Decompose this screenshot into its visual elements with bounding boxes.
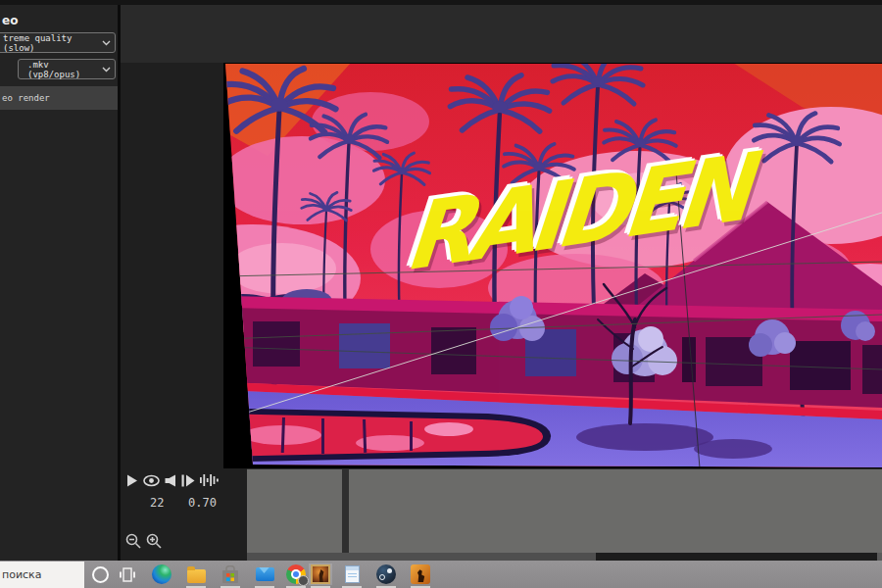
taskbar-item-store[interactable] xyxy=(219,564,242,585)
windows-taskbar: поиска xyxy=(0,561,882,588)
chevron-down-icon xyxy=(102,40,111,46)
zoom-out-button[interactable] xyxy=(125,533,142,554)
taskbar-item-csgo[interactable] xyxy=(409,564,432,585)
format-dropdown[interactable]: .mkv (vp8/opus) xyxy=(18,59,116,79)
timeline-header: 22 0.70 xyxy=(121,468,247,561)
file-explorer-icon xyxy=(187,569,206,583)
frame-step-icon[interactable] xyxy=(181,474,195,487)
mail-icon xyxy=(256,567,274,581)
waveform-icon[interactable] xyxy=(200,473,220,487)
edge-icon xyxy=(152,564,172,584)
play-icon[interactable] xyxy=(126,474,138,487)
taskbar-item-file-explorer[interactable] xyxy=(184,564,208,585)
panel-title: eo xyxy=(2,14,19,27)
taskbar-item-steam[interactable] xyxy=(374,564,398,585)
taskbar-item-mail[interactable] xyxy=(253,564,276,585)
microsoft-store-icon xyxy=(221,565,239,584)
timeline-scrollbar-track[interactable] xyxy=(596,553,877,561)
taskbar-item-notepad[interactable] xyxy=(340,564,364,585)
export-settings-panel: eo treme quality (slow) .mkv (vp8/opus) … xyxy=(0,5,118,561)
eye-icon[interactable] xyxy=(143,474,160,487)
taskbar-item-painting-app[interactable] xyxy=(309,564,332,585)
csgo-icon xyxy=(411,564,430,584)
taskbar-item-chrome[interactable] xyxy=(284,564,308,585)
zoom-controls xyxy=(125,533,163,554)
timeline-track-area[interactable] xyxy=(247,468,882,553)
format-dropdown-value: .mkv (vp8/opus) xyxy=(27,60,102,79)
chrome-profile-badge xyxy=(298,575,309,586)
task-view-icon xyxy=(120,567,135,582)
preview-header-bar xyxy=(121,5,882,63)
cortana-button[interactable] xyxy=(88,564,112,585)
quality-dropdown[interactable]: treme quality (slow) xyxy=(0,32,116,53)
painting-app-icon xyxy=(311,564,330,584)
video-render-button[interactable]: eo render xyxy=(0,86,118,110)
timeline-scrollbar-thumb[interactable] xyxy=(247,553,596,561)
timeline-scrollbar-corner xyxy=(877,553,882,561)
steam-icon xyxy=(376,564,396,584)
taskbar-search-input[interactable]: поиска xyxy=(0,562,84,588)
chevron-down-icon xyxy=(102,67,111,73)
zoom-in-button[interactable] xyxy=(146,533,163,554)
camera-view-region: RAIDEN xyxy=(223,63,882,468)
cortana-icon xyxy=(92,566,109,583)
timeline-clip[interactable] xyxy=(349,469,882,553)
notepad-icon xyxy=(345,565,360,583)
timeline-clip[interactable] xyxy=(247,469,342,553)
task-view-button[interactable] xyxy=(116,564,139,585)
speaker-icon[interactable] xyxy=(165,474,176,487)
chrome-icon xyxy=(286,564,306,584)
speed-value-field[interactable]: 0.70 xyxy=(188,496,217,510)
quality-dropdown-value: treme quality (slow) xyxy=(3,33,102,53)
preview-viewport[interactable]: RAIDEN xyxy=(121,63,882,468)
playback-controls xyxy=(126,473,220,487)
frame-number-field[interactable]: 22 xyxy=(150,496,164,510)
taskbar-item-edge[interactable] xyxy=(150,564,173,585)
pool xyxy=(223,408,551,463)
